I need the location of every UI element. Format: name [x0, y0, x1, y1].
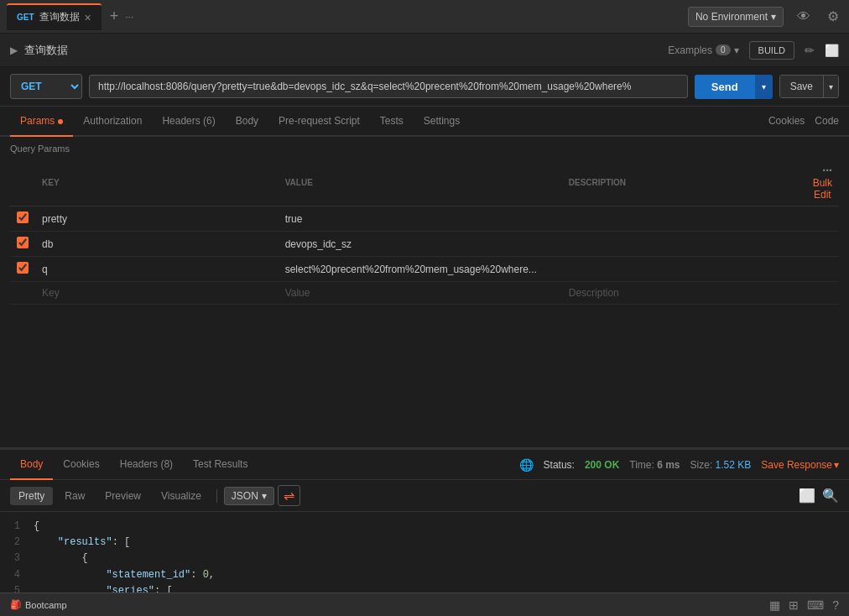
- tab-right-actions: No Environment ▾ 👁 ⚙: [688, 5, 842, 28]
- word-wrap-button[interactable]: ⇌: [278, 485, 300, 506]
- edit-icon[interactable]: ✏: [805, 44, 815, 57]
- bottom-icon-3[interactable]: ⌨: [807, 598, 824, 612]
- json-line-2: 2 "results": [: [0, 535, 849, 551]
- eye-button[interactable]: 👁: [794, 6, 814, 28]
- line-content-3: {: [34, 551, 88, 566]
- format-tab-visualize[interactable]: Visualize: [153, 487, 210, 505]
- share-icon[interactable]: ⬜: [825, 44, 839, 57]
- response-tab-headers[interactable]: Headers (8): [110, 450, 183, 480]
- query-params-section: Query Params KEY VALUE DESCRIPTION ··· B…: [0, 137, 849, 305]
- size-text: Size: 1.52 KB: [690, 459, 752, 471]
- bottom-icon-4[interactable]: ?: [832, 598, 839, 612]
- line-content-4: "statement_id": 0,: [34, 567, 215, 583]
- url-bar: GET POST PUT DELETE PATCH Send ▾ Save ▾: [0, 67, 849, 107]
- save-response-button[interactable]: Save Response ▾: [761, 459, 839, 471]
- line-number-2: 2: [0, 535, 34, 551]
- send-button[interactable]: Send: [695, 75, 755, 99]
- examples-label: Examples: [668, 44, 712, 56]
- format-type-dropdown[interactable]: JSON ▾: [224, 487, 274, 505]
- status-label: Status:: [544, 459, 575, 471]
- response-tab-cookies[interactable]: Cookies: [53, 450, 109, 480]
- save-dropdown-button[interactable]: ▾: [823, 76, 838, 97]
- line-content-5: "series": [: [34, 583, 173, 593]
- active-tab[interactable]: GET 查询数据 ×: [7, 3, 102, 30]
- line-content-2: "results": [: [34, 535, 130, 551]
- tab-bar: GET 查询数据 × + ··· No Environment ▾ 👁 ⚙: [0, 0, 849, 34]
- settings-button[interactable]: ⚙: [824, 5, 842, 28]
- params-dot: [58, 119, 63, 124]
- new-tab-button[interactable]: +: [103, 8, 126, 25]
- row-1-value-input[interactable]: [285, 213, 555, 225]
- search-response-button[interactable]: 🔍: [822, 488, 839, 504]
- cookies-link[interactable]: Cookies: [768, 115, 805, 127]
- params-table: KEY VALUE DESCRIPTION ··· Bulk Edit: [10, 159, 839, 305]
- row-1-description-input[interactable]: [569, 213, 800, 225]
- query-params-title: Query Params: [10, 144, 839, 154]
- tab-more-button[interactable]: ···: [125, 11, 133, 23]
- row-3-checkbox[interactable]: [17, 262, 29, 274]
- actions-column-header: ··· Bulk Edit: [806, 159, 839, 206]
- bootcamp-label: Bootcamp: [25, 600, 67, 610]
- json-line-1: 1 {: [0, 519, 849, 535]
- format-tab-preview[interactable]: Preview: [96, 487, 149, 505]
- request-tab-right-links: Cookies Code: [768, 115, 839, 127]
- row-3-value-input[interactable]: [285, 264, 555, 275]
- row-2-key-input[interactable]: [42, 238, 272, 250]
- empty-key-placeholder: Key: [42, 287, 60, 299]
- row-2-description-input[interactable]: [569, 238, 800, 250]
- tab-name: 查询数据: [39, 10, 80, 24]
- tab-pre-request-script[interactable]: Pre-request Script: [268, 107, 370, 137]
- table-row: [10, 232, 839, 257]
- row-3-description-input[interactable]: [569, 264, 800, 275]
- tab-close-button[interactable]: ×: [85, 11, 91, 24]
- tab-authorization[interactable]: Authorization: [73, 107, 152, 137]
- bulk-edit-button[interactable]: Bulk Edit: [813, 177, 832, 201]
- more-options-button[interactable]: ···: [822, 164, 832, 177]
- save-button-group: Save ▾: [779, 75, 839, 98]
- globe-icon: 🌐: [519, 458, 534, 472]
- response-tab-body[interactable]: Body: [10, 450, 53, 480]
- environment-selector[interactable]: No Environment ▾: [688, 7, 784, 27]
- code-link[interactable]: Code: [815, 115, 839, 127]
- key-column-header: KEY: [35, 159, 279, 206]
- row-1-key-input[interactable]: [42, 213, 272, 225]
- bootcamp-button[interactable]: 🎒 Bootcamp: [10, 599, 67, 610]
- size-value: 1.52 KB: [716, 459, 752, 471]
- line-content-1: {: [34, 519, 39, 535]
- copy-button[interactable]: ⬜: [799, 488, 815, 504]
- send-dropdown-button[interactable]: ▾: [755, 75, 773, 99]
- url-input[interactable]: [89, 75, 688, 98]
- save-button[interactable]: Save: [780, 76, 823, 97]
- line-number-3: 3: [0, 551, 34, 566]
- bootcamp-icon: 🎒: [10, 599, 22, 610]
- bottom-icon-1[interactable]: ▦: [769, 598, 780, 612]
- response-tab-test-results[interactable]: Test Results: [183, 450, 258, 480]
- spacer: [0, 305, 849, 447]
- build-button[interactable]: BUILD: [749, 41, 794, 60]
- examples-count-badge: 0: [716, 44, 731, 55]
- row-2-checkbox[interactable]: [17, 237, 29, 248]
- collapse-arrow-icon[interactable]: ▶: [10, 44, 18, 56]
- row-1-checkbox[interactable]: [17, 211, 29, 223]
- tab-body[interactable]: Body: [226, 107, 268, 137]
- examples-button[interactable]: Examples 0 ▾: [668, 44, 738, 56]
- tab-headers[interactable]: Headers (6): [152, 107, 225, 137]
- format-tab-raw[interactable]: Raw: [56, 487, 93, 505]
- bottom-icon-2[interactable]: ⊞: [789, 598, 799, 612]
- tab-tests[interactable]: Tests: [370, 107, 414, 137]
- row-2-value-input[interactable]: [285, 238, 555, 250]
- json-line-5: 5 "series": [: [0, 583, 849, 593]
- request-tabs: Params Authorization Headers (6) Body Pr…: [0, 107, 849, 137]
- empty-description-placeholder: Description: [569, 287, 619, 299]
- json-body[interactable]: 1 { 2 "results": [ 3 { 4 "statement_id":…: [0, 512, 849, 593]
- format-separator: [216, 489, 217, 503]
- tab-settings[interactable]: Settings: [414, 107, 470, 137]
- json-line-4: 4 "statement_id": 0,: [0, 567, 849, 583]
- tab-method: GET: [17, 13, 34, 22]
- row-3-key-input[interactable]: [42, 264, 272, 275]
- format-tab-pretty[interactable]: Pretty: [10, 487, 53, 505]
- method-select[interactable]: GET POST PUT DELETE PATCH: [10, 74, 82, 99]
- environment-label: No Environment: [695, 11, 768, 23]
- tab-params[interactable]: Params: [10, 107, 73, 137]
- check-column-header: [10, 159, 35, 206]
